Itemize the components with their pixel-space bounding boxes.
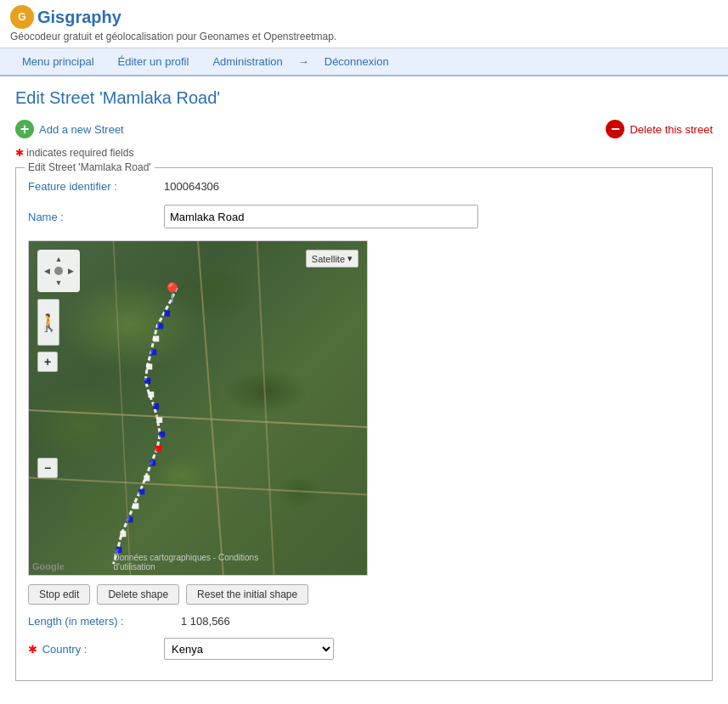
chevron-down-icon: ▾ <box>347 253 353 264</box>
map-background: 📍 ▲ ◀ ▶ ▼ <box>29 241 367 575</box>
pan-left[interactable]: ◀ <box>41 265 53 277</box>
pan-up[interactable]: ▲ <box>53 253 65 265</box>
map-type-label: Satellite <box>312 254 345 264</box>
delete-icon: − <box>606 120 624 138</box>
pan-down[interactable]: ▼ <box>53 277 65 289</box>
name-row: Name : <box>28 205 700 228</box>
actions-row: + Add a new Street − Delete this street <box>15 120 713 138</box>
country-select[interactable]: Kenya <box>164 638 334 660</box>
required-note: ✱ indicates required fields <box>15 147 713 159</box>
name-input[interactable] <box>164 205 478 228</box>
edit-buttons-row: Stop edit Delete shape Reset the initial… <box>28 584 700 605</box>
streetview-icon[interactable]: 🚶 <box>37 299 59 346</box>
nav-edit-profile[interactable]: Éditer un profil <box>106 48 201 75</box>
required-star: ✱ <box>15 147 24 159</box>
zoom-controls: + − <box>37 352 58 478</box>
delete-shape-button[interactable]: Delete shape <box>97 584 179 605</box>
reset-shape-button[interactable]: Reset the initial shape <box>186 584 308 605</box>
country-required-star: ✱ <box>28 643 37 656</box>
tagline: Géocodeur gratuit et géolocalisation pou… <box>10 31 718 42</box>
feature-id-row: Feature identifier : 100064306 <box>28 180 700 193</box>
length-value: 1 108,566 <box>181 615 230 628</box>
zoom-out-button[interactable]: − <box>37 458 58 478</box>
form-box: Edit Street 'Mamlaka Road' Feature ident… <box>15 167 713 681</box>
add-new-street-link[interactable]: + Add a new Street <box>15 120 124 138</box>
add-icon: + <box>15 120 34 138</box>
pan-right[interactable]: ▶ <box>65 265 76 277</box>
map-credits-text: Données cartographiques <box>114 553 212 562</box>
name-label: Name : <box>28 211 164 223</box>
nav-menu-principal[interactable]: Menu principal <box>10 48 106 75</box>
form-legend: Edit Street 'Mamlaka Road' <box>25 161 155 173</box>
header: G Gisgraphy Géocodeur gratuit et géoloca… <box>0 0 728 48</box>
map-type-button[interactable]: Satellite ▾ <box>306 250 358 268</box>
map-container[interactable]: 📍 ▲ ◀ ▶ ▼ <box>28 240 368 576</box>
logo: G Gisgraphy <box>10 5 121 29</box>
map-pin: 📍 <box>161 282 183 304</box>
logo-text: Gisgraphy <box>37 8 121 27</box>
page: Edit Street 'Mamlaka Road' + Add a new S… <box>0 76 728 701</box>
nav-arrow: → <box>295 48 313 75</box>
add-new-street-label: Add a new Street <box>39 123 124 136</box>
required-text: indicates required fields <box>26 147 133 159</box>
country-label: ✱ Country : <box>28 643 164 656</box>
length-label: Length (in meters) : <box>28 615 164 628</box>
feature-id-value: 100064306 <box>164 180 219 193</box>
feature-id-label: Feature identifier : <box>28 180 164 193</box>
stop-edit-button[interactable]: Stop edit <box>28 584 90 605</box>
length-row: Length (in meters) : 1 108,566 <box>28 615 700 628</box>
nav-administration[interactable]: Administration <box>200 48 294 75</box>
pan-arrows: ▲ ◀ ▶ ▼ <box>41 253 76 289</box>
zoom-in-button[interactable]: + <box>37 352 58 372</box>
map-credits: Données cartographiques - Conditions d'u… <box>114 553 283 572</box>
country-row: ✱ Country : Kenya <box>28 638 700 660</box>
country-label-text: Country : <box>42 643 87 656</box>
page-title: Edit Street 'Mamlaka Road' <box>15 88 713 108</box>
nav: Menu principal Éditer un profil Administ… <box>0 48 728 76</box>
nav-deconnexion[interactable]: Déconnexion <box>313 48 401 75</box>
delete-street-label: Delete this street <box>629 123 713 136</box>
google-logo: Google <box>32 561 65 572</box>
map-tiles <box>29 241 367 575</box>
map-pan-control[interactable]: ▲ ◀ ▶ ▼ <box>37 250 80 292</box>
delete-street-link[interactable]: − Delete this street <box>606 120 713 138</box>
